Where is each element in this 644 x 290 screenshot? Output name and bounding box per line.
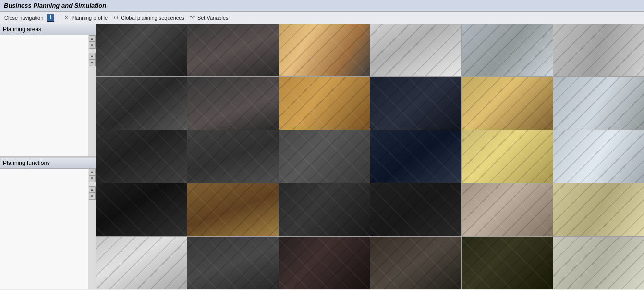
scroll-up-arrow[interactable]: ▲ <box>89 35 96 42</box>
title-bar: Business Planning and Simulation <box>0 0 644 12</box>
planning-functions-content: ▲ ▼ · · · ▲ ▼ <box>0 169 96 290</box>
toolbar-separator-1 <box>58 14 58 22</box>
scroll-down-arrow-2[interactable]: ▼ <box>89 60 96 66</box>
mosaic-cell-28 <box>370 237 461 289</box>
mosaic-cell-8 <box>187 77 278 129</box>
main-layout: Planning areas ▲ ▼ · · · ▲ ▼ Planning fu… <box>0 24 644 289</box>
mosaic-cell-23 <box>462 183 552 236</box>
set-variables-icon: ⌥ <box>189 14 196 21</box>
mosaic-cell-27 <box>279 237 370 289</box>
pf-scroll-up-arrow-2[interactable]: ▲ <box>89 186 96 193</box>
mosaic-cell-22 <box>370 183 461 236</box>
app-title: Business Planning and Simulation <box>4 2 106 9</box>
mosaic-cell-25 <box>96 237 187 289</box>
planning-areas-content: ▲ ▼ · · · ▲ ▼ <box>0 35 96 156</box>
mosaic-cell-2 <box>187 24 278 76</box>
pf-scroll-down-arrow-1[interactable]: ▼ <box>89 176 96 182</box>
planning-areas-label: Planning areas <box>3 26 41 33</box>
toolbar: Close navigation i ⊙ Planning profile ⊙ … <box>0 12 644 24</box>
mosaic-cell-14 <box>187 130 278 183</box>
mosaic-cell-15 <box>279 130 370 183</box>
planning-functions-label: Planning functions <box>3 160 50 166</box>
mosaic-cell-6 <box>553 24 644 76</box>
planning-functions-scrollbar[interactable]: ▲ ▼ · · · ▲ ▼ <box>88 169 96 290</box>
planning-areas-scrollbar[interactable]: ▲ ▼ · · · ▲ ▼ <box>88 35 96 156</box>
left-panel: Planning areas ▲ ▼ · · · ▲ ▼ Planning fu… <box>0 24 96 289</box>
mosaic-cell-26 <box>187 237 278 289</box>
mosaic-cell-16 <box>370 130 461 183</box>
mosaic-cell-19 <box>96 183 187 236</box>
pf-scroll-grip[interactable]: · · · <box>90 183 94 186</box>
mosaic-cell-4 <box>370 24 461 76</box>
scroll-up-arrow-2[interactable]: ▲ <box>89 53 96 60</box>
mosaic-cell-5 <box>462 24 552 76</box>
mosaic-cell-21 <box>279 183 370 236</box>
global-planning-sequences-button[interactable]: ⊙ Global planning sequences <box>111 14 186 22</box>
mosaic-cell-18 <box>553 130 644 183</box>
mosaic-cell-20 <box>187 183 278 236</box>
mosaic-cell-9 <box>279 77 370 129</box>
planning-profile-label: Planning profile <box>71 15 108 21</box>
set-variables-button[interactable]: ⌥ Set Variables <box>188 14 230 22</box>
planning-areas-section: Planning areas ▲ ▼ · · · ▲ ▼ <box>0 24 96 156</box>
mosaic-grid <box>96 24 644 289</box>
global-planning-seq-label: Global planning sequences <box>121 15 184 21</box>
mosaic-cell-12 <box>553 77 644 129</box>
mosaic-cell-3 <box>279 24 370 76</box>
planning-functions-header: Planning functions <box>0 158 96 169</box>
close-navigation-button[interactable]: Close navigation <box>3 14 45 21</box>
mosaic-cell-10 <box>370 77 461 129</box>
scroll-grip[interactable]: · · · <box>90 50 94 52</box>
mosaic-cell-29 <box>462 237 552 289</box>
info-icon[interactable]: i <box>47 14 54 22</box>
planning-areas-header: Planning areas <box>0 24 96 35</box>
mosaic-cell-17 <box>462 130 552 183</box>
planning-functions-section: Planning functions ▲ ▼ · · · ▲ ▼ <box>0 158 96 290</box>
mosaic-cell-30 <box>553 237 644 289</box>
close-nav-label: Close navigation <box>4 15 43 21</box>
pf-scroll-up-arrow[interactable]: ▲ <box>89 169 96 176</box>
mosaic-cell-7 <box>96 77 187 129</box>
content-area <box>96 24 644 289</box>
planning-profile-button[interactable]: ⊙ Planning profile <box>61 14 109 22</box>
global-seq-icon: ⊙ <box>112 14 119 21</box>
planning-profile-icon: ⊙ <box>63 14 70 21</box>
mosaic-cell-1 <box>96 24 187 76</box>
mosaic-cell-11 <box>462 77 552 129</box>
scroll-down-arrow-1[interactable]: ▼ <box>89 42 96 49</box>
mosaic-cell-13 <box>96 130 187 183</box>
pf-scroll-down-arrow-2[interactable]: ▼ <box>89 193 96 200</box>
mosaic-cell-24 <box>553 183 644 236</box>
set-variables-label: Set Variables <box>197 15 229 21</box>
